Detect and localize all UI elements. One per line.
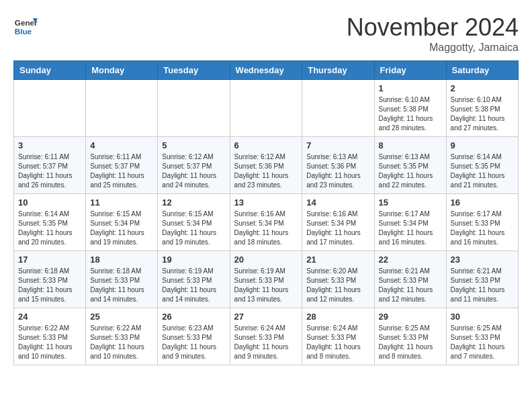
week-row: 24Sunrise: 6:22 AM Sunset: 5:33 PM Dayli… — [14, 308, 519, 365]
day-number: 19 — [162, 255, 225, 265]
week-row: 3Sunrise: 6:11 AM Sunset: 5:37 PM Daylig… — [14, 137, 519, 194]
day-detail: Sunrise: 6:10 AM Sunset: 5:38 PM Dayligh… — [451, 95, 514, 133]
day-number: 22 — [379, 255, 442, 265]
logo: General Blue — [13, 13, 38, 38]
day-number: 8 — [379, 140, 442, 150]
day-cell: 19Sunrise: 6:19 AM Sunset: 5:33 PM Dayli… — [158, 251, 230, 308]
day-cell: 24Sunrise: 6:22 AM Sunset: 5:33 PM Dayli… — [14, 308, 86, 365]
day-number: 20 — [234, 255, 298, 265]
day-number: 5 — [162, 140, 225, 150]
weekday-header-row: SundayMondayTuesdayWednesdayThursdayFrid… — [14, 61, 519, 80]
day-cell: 9Sunrise: 6:14 AM Sunset: 5:35 PM Daylig… — [446, 137, 518, 194]
day-cell: 28Sunrise: 6:24 AM Sunset: 5:33 PM Dayli… — [302, 308, 374, 365]
day-detail: Sunrise: 6:19 AM Sunset: 5:33 PM Dayligh… — [234, 267, 298, 304]
day-detail: Sunrise: 6:15 AM Sunset: 5:34 PM Dayligh… — [90, 210, 153, 247]
day-cell: 26Sunrise: 6:23 AM Sunset: 5:33 PM Dayli… — [158, 308, 230, 365]
day-detail: Sunrise: 6:20 AM Sunset: 5:33 PM Dayligh… — [306, 267, 369, 304]
day-cell: 3Sunrise: 6:11 AM Sunset: 5:37 PM Daylig… — [14, 137, 86, 194]
day-cell — [302, 80, 374, 137]
day-number: 1 — [379, 83, 442, 93]
day-number: 30 — [451, 312, 514, 322]
weekday-header: Sunday — [14, 61, 86, 80]
day-cell: 22Sunrise: 6:21 AM Sunset: 5:33 PM Dayli… — [374, 251, 446, 308]
day-detail: Sunrise: 6:18 AM Sunset: 5:33 PM Dayligh… — [18, 267, 81, 304]
day-cell: 2Sunrise: 6:10 AM Sunset: 5:38 PM Daylig… — [446, 80, 518, 137]
day-detail: Sunrise: 6:14 AM Sunset: 5:35 PM Dayligh… — [451, 152, 514, 190]
day-cell: 10Sunrise: 6:14 AM Sunset: 5:35 PM Dayli… — [14, 194, 86, 251]
day-cell: 12Sunrise: 6:15 AM Sunset: 5:34 PM Dayli… — [158, 194, 230, 251]
calendar-table: SundayMondayTuesdayWednesdayThursdayFrid… — [13, 60, 519, 365]
day-number: 24 — [18, 312, 81, 322]
day-detail: Sunrise: 6:22 AM Sunset: 5:33 PM Dayligh… — [90, 324, 153, 361]
month-title: November 2024 — [347, 13, 519, 42]
day-number: 3 — [18, 140, 81, 150]
day-number: 2 — [451, 83, 514, 93]
weekday-header: Monday — [86, 61, 158, 80]
weekday-header: Saturday — [446, 61, 518, 80]
day-detail: Sunrise: 6:13 AM Sunset: 5:36 PM Dayligh… — [306, 152, 369, 190]
week-row: 1Sunrise: 6:10 AM Sunset: 5:38 PM Daylig… — [14, 80, 519, 137]
day-cell: 6Sunrise: 6:12 AM Sunset: 5:36 PM Daylig… — [230, 137, 302, 194]
day-cell: 14Sunrise: 6:16 AM Sunset: 5:34 PM Dayli… — [302, 194, 374, 251]
logo-icon: General Blue — [13, 13, 38, 38]
week-row: 10Sunrise: 6:14 AM Sunset: 5:35 PM Dayli… — [14, 194, 519, 251]
day-number: 23 — [451, 255, 514, 265]
day-cell — [14, 80, 86, 137]
day-cell: 5Sunrise: 6:12 AM Sunset: 5:37 PM Daylig… — [158, 137, 230, 194]
weekday-header: Thursday — [302, 61, 374, 80]
day-number: 14 — [306, 197, 369, 208]
day-cell: 13Sunrise: 6:16 AM Sunset: 5:34 PM Dayli… — [230, 194, 302, 251]
day-cell — [230, 80, 302, 137]
day-detail: Sunrise: 6:16 AM Sunset: 5:34 PM Dayligh… — [234, 210, 298, 247]
title-block: November 2024 Maggotty, Jamaica — [347, 13, 519, 54]
day-number: 6 — [234, 140, 298, 150]
day-detail: Sunrise: 6:25 AM Sunset: 5:33 PM Dayligh… — [379, 324, 442, 361]
week-row: 17Sunrise: 6:18 AM Sunset: 5:33 PM Dayli… — [14, 251, 519, 308]
day-cell: 4Sunrise: 6:11 AM Sunset: 5:37 PM Daylig… — [86, 137, 158, 194]
svg-text:Blue: Blue — [15, 27, 32, 36]
day-cell: 15Sunrise: 6:17 AM Sunset: 5:34 PM Dayli… — [374, 194, 446, 251]
day-number: 18 — [90, 255, 153, 265]
day-number: 9 — [451, 140, 514, 150]
day-cell: 25Sunrise: 6:22 AM Sunset: 5:33 PM Dayli… — [86, 308, 158, 365]
weekday-header: Tuesday — [158, 61, 230, 80]
day-number: 16 — [451, 197, 514, 208]
weekday-header: Wednesday — [230, 61, 302, 80]
day-detail: Sunrise: 6:13 AM Sunset: 5:35 PM Dayligh… — [379, 152, 442, 190]
weekday-header: Friday — [374, 61, 446, 80]
day-number: 21 — [306, 255, 369, 265]
day-number: 13 — [234, 197, 298, 208]
day-number: 10 — [18, 197, 81, 208]
day-detail: Sunrise: 6:11 AM Sunset: 5:37 PM Dayligh… — [90, 152, 153, 190]
day-detail: Sunrise: 6:17 AM Sunset: 5:34 PM Dayligh… — [379, 210, 442, 247]
day-cell: 17Sunrise: 6:18 AM Sunset: 5:33 PM Dayli… — [14, 251, 86, 308]
day-detail: Sunrise: 6:17 AM Sunset: 5:33 PM Dayligh… — [451, 210, 514, 247]
day-number: 7 — [306, 140, 369, 150]
day-detail: Sunrise: 6:10 AM Sunset: 5:38 PM Dayligh… — [379, 95, 442, 133]
day-cell: 30Sunrise: 6:25 AM Sunset: 5:33 PM Dayli… — [446, 308, 518, 365]
day-cell: 11Sunrise: 6:15 AM Sunset: 5:34 PM Dayli… — [86, 194, 158, 251]
location: Maggotty, Jamaica — [347, 42, 519, 54]
day-detail: Sunrise: 6:24 AM Sunset: 5:33 PM Dayligh… — [306, 324, 369, 361]
day-detail: Sunrise: 6:15 AM Sunset: 5:34 PM Dayligh… — [162, 210, 225, 247]
day-cell — [158, 80, 230, 137]
day-detail: Sunrise: 6:16 AM Sunset: 5:34 PM Dayligh… — [306, 210, 369, 247]
day-cell: 7Sunrise: 6:13 AM Sunset: 5:36 PM Daylig… — [302, 137, 374, 194]
day-cell: 27Sunrise: 6:24 AM Sunset: 5:33 PM Dayli… — [230, 308, 302, 365]
day-number: 27 — [234, 312, 298, 322]
day-cell: 18Sunrise: 6:18 AM Sunset: 5:33 PM Dayli… — [86, 251, 158, 308]
day-cell: 8Sunrise: 6:13 AM Sunset: 5:35 PM Daylig… — [374, 137, 446, 194]
day-number: 11 — [90, 197, 153, 208]
day-detail: Sunrise: 6:19 AM Sunset: 5:33 PM Dayligh… — [162, 267, 225, 304]
day-detail: Sunrise: 6:18 AM Sunset: 5:33 PM Dayligh… — [90, 267, 153, 304]
day-cell: 16Sunrise: 6:17 AM Sunset: 5:33 PM Dayli… — [446, 194, 518, 251]
day-number: 29 — [379, 312, 442, 322]
day-number: 25 — [90, 312, 153, 322]
day-detail: Sunrise: 6:22 AM Sunset: 5:33 PM Dayligh… — [18, 324, 81, 361]
day-number: 4 — [90, 140, 153, 150]
day-cell: 23Sunrise: 6:21 AM Sunset: 5:33 PM Dayli… — [446, 251, 518, 308]
day-cell — [86, 80, 158, 137]
day-cell: 20Sunrise: 6:19 AM Sunset: 5:33 PM Dayli… — [230, 251, 302, 308]
day-cell: 1Sunrise: 6:10 AM Sunset: 5:38 PM Daylig… — [374, 80, 446, 137]
day-number: 26 — [162, 312, 225, 322]
